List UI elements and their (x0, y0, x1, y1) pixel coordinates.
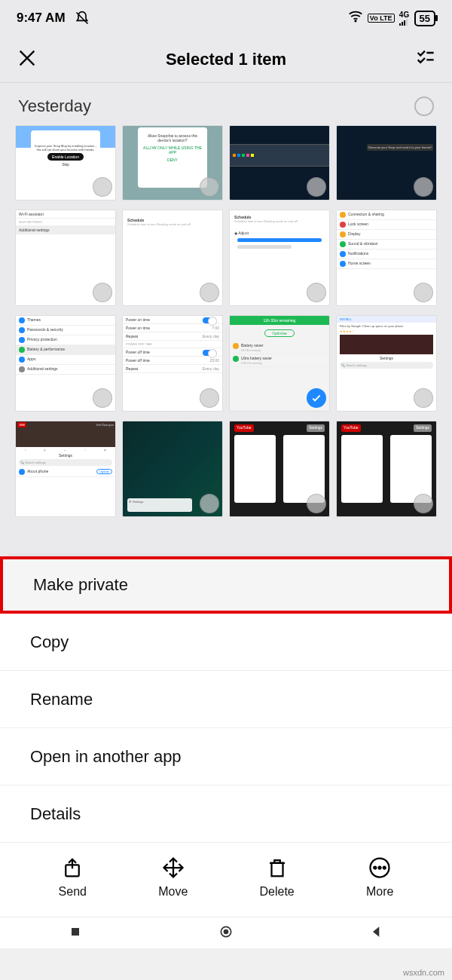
thumbnail[interactable]: ScheduleSchedule time to turn Reading mo… (229, 210, 330, 306)
menu-copy[interactable]: Copy (0, 614, 452, 671)
app-header: Selected 1 item (0, 36, 452, 83)
svg-point-11 (379, 867, 381, 869)
svg-point-10 (374, 867, 376, 869)
section-label: Yesterday (18, 96, 91, 116)
status-bar: 9:47 AM Vo LTE 4G 55 (0, 0, 452, 36)
action-sheet: Make private Copy Rename Open in another… (0, 556, 452, 917)
send-button[interactable]: Send (59, 856, 87, 899)
thumbnail[interactable]: Themes Passwords & security Privacy prot… (15, 315, 116, 412)
gallery-row-2: Wi-Fi assistant WI-FI SETTINGS Additiona… (0, 205, 452, 311)
svg-rect-2 (402, 22, 403, 26)
nav-recent-icon[interactable] (68, 924, 83, 942)
thumbnail[interactable]: Improve your Snap Map by enabling locati… (15, 125, 116, 201)
gallery-row-1: Improve your Snap Map by enabling locati… (0, 121, 452, 205)
thumbnail[interactable]: ⚙ Settings (122, 421, 223, 517)
menu-open-in-app[interactable]: Open in another app (0, 728, 452, 786)
svg-point-0 (355, 20, 356, 22)
svg-rect-4 (406, 19, 408, 26)
section-select-toggle[interactable] (414, 96, 434, 116)
volte-badge: Vo LTE (368, 14, 395, 23)
nav-back-icon[interactable] (369, 924, 384, 942)
menu-make-private[interactable]: Make private (0, 556, 452, 614)
svg-rect-3 (404, 20, 405, 26)
thumbnail[interactable]: YouTubeSettings (229, 421, 330, 517)
menu-rename[interactable]: Rename (0, 671, 452, 728)
battery-indicator: 55 (414, 11, 435, 26)
select-all-icon[interactable] (414, 47, 435, 72)
clock: 9:47 AM (17, 11, 66, 26)
bottom-actions: Send Move Delete More (0, 843, 452, 917)
svg-point-15 (224, 929, 229, 934)
svg-rect-13 (72, 928, 79, 936)
move-button[interactable]: Move (158, 856, 188, 899)
thumbnail[interactable]: Allow Snapchat to access this device's l… (122, 125, 223, 201)
menu-details[interactable]: Details (0, 786, 452, 843)
thumbnail[interactable]: INSTALL Files by Google: Clean up space … (336, 315, 437, 412)
gallery-row-4: 18M Yeh Dooriyan ⌂◎▭♡⊞ Settings 🔍 Search… (0, 416, 452, 522)
thumbnail[interactable]: 18M Yeh Dooriyan ⌂◎▭♡⊞ Settings 🔍 Search… (15, 421, 116, 517)
dnd-icon (75, 11, 90, 26)
system-nav-bar (0, 917, 452, 948)
svg-point-12 (383, 867, 386, 869)
thumbnail[interactable]: Wi-Fi assistant WI-FI SETTINGS Additiona… (15, 210, 116, 306)
nav-home-icon[interactable] (218, 924, 234, 942)
thumbnail[interactable]: Connection & sharing Lock screen Display… (336, 210, 437, 306)
thumbnail[interactable]: Power on time Power on time7:00 RepeatEv… (122, 315, 223, 412)
thumbnail[interactable]: Decorate your Snap and send it to your f… (336, 125, 437, 201)
thumbnail[interactable] (229, 125, 330, 201)
thumbnail[interactable]: 12h 33m remaining Optimise Battery saver… (229, 315, 330, 412)
wifi-icon (348, 9, 363, 28)
watermark: wsxdn.com (403, 968, 444, 977)
more-button[interactable]: More (366, 856, 393, 899)
thumbnail[interactable]: YouTubeSettings (336, 421, 437, 517)
thumbnail[interactable]: ScheduleSchedule time to turn Reading mo… (122, 210, 223, 306)
signal-4g: 4G (399, 11, 410, 26)
svg-rect-1 (399, 23, 401, 26)
close-icon[interactable] (17, 47, 38, 72)
gallery-row-3: Themes Passwords & security Privacy prot… (0, 311, 452, 416)
delete-button[interactable]: Delete (259, 856, 294, 899)
svg-rect-8 (271, 863, 282, 877)
page-title: Selected 1 item (166, 50, 286, 69)
section-header-row: Yesterday (0, 83, 452, 121)
